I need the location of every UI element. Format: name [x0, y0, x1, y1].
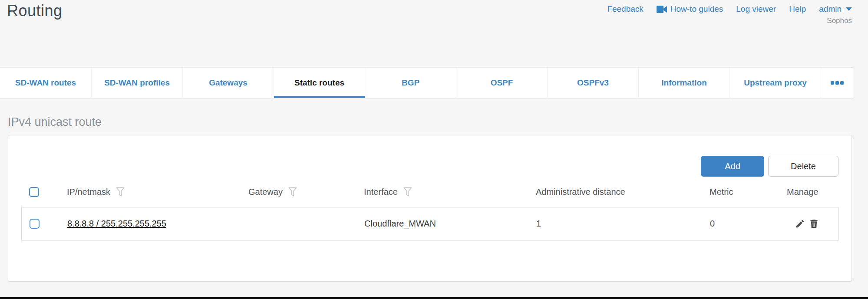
- window-bottom-edge: [0, 297, 868, 299]
- interface-cell: Cloudflare_MWAN: [364, 219, 536, 229]
- tab-sd-wan-routes[interactable]: SD-WAN routes: [0, 68, 91, 98]
- ellipsis-icon: [835, 81, 839, 85]
- ellipsis-icon: [831, 81, 834, 85]
- column-header-administrative-distance: Administrative distance: [536, 187, 625, 197]
- tab-information[interactable]: Information: [638, 68, 729, 98]
- admin-menu[interactable]: admin: [819, 4, 852, 14]
- manage-cell: [787, 219, 838, 229]
- column-header-metric: Metric: [710, 187, 733, 197]
- tab-label: Static routes: [294, 78, 344, 88]
- column-header-gateway: Gateway: [248, 187, 283, 197]
- help-link[interactable]: Help: [789, 4, 806, 14]
- tab-static-routes[interactable]: Static routes: [274, 68, 365, 98]
- how-to-guides-link-label: How-to guides: [670, 4, 723, 14]
- tab-label: SD-WAN routes: [15, 78, 76, 88]
- video-camera-icon: [657, 6, 667, 13]
- tab-label: Information: [661, 78, 707, 88]
- trash-icon[interactable]: [809, 219, 819, 229]
- tab-sd-wan-profiles[interactable]: SD-WAN profiles: [91, 68, 182, 98]
- add-button[interactable]: Add: [701, 156, 764, 177]
- tab-upstream-proxy[interactable]: Upstream proxy: [729, 68, 821, 98]
- utility-nav: Feedback How-to guides Log viewer Help a…: [607, 4, 852, 14]
- filter-icon[interactable]: [288, 187, 297, 197]
- tab-bgp[interactable]: BGP: [365, 68, 456, 98]
- filter-icon[interactable]: [403, 187, 412, 197]
- column-header-interface: Interface: [364, 187, 398, 197]
- ipv4-unicast-route-panel: Add Delete IP/netmask Gateway Interface …: [8, 135, 852, 282]
- toolbar: Add Delete: [21, 156, 838, 177]
- column-header-manage: Manage: [787, 187, 818, 197]
- select-all-checkbox[interactable]: [29, 187, 39, 197]
- tab-label: BGP: [402, 78, 419, 88]
- help-link-label: Help: [789, 4, 806, 14]
- tab-label: Upstream proxy: [744, 78, 807, 88]
- tab-bar: SD-WAN routes SD-WAN profiles Gateways S…: [0, 67, 853, 99]
- tab-label: OSPFv3: [577, 78, 609, 88]
- edit-icon[interactable]: [795, 219, 805, 229]
- filter-icon[interactable]: [116, 187, 125, 197]
- how-to-guides-link[interactable]: How-to guides: [657, 4, 723, 14]
- caret-down-icon: [846, 7, 852, 11]
- column-header-ip-netmask: IP/netmask: [67, 187, 110, 197]
- tab-ospf[interactable]: OSPF: [456, 68, 547, 98]
- page-title: Routing: [7, 2, 63, 20]
- tab-gateways[interactable]: Gateways: [182, 68, 274, 98]
- log-viewer-link-label: Log viewer: [736, 4, 776, 14]
- delete-button[interactable]: Delete: [768, 156, 838, 177]
- section-heading: IPv4 unicast route: [8, 115, 868, 129]
- tab-label: OSPF: [491, 78, 513, 88]
- ip-netmask-link[interactable]: 8.8.8.8 / 255.255.255.255: [67, 219, 166, 228]
- log-viewer-link[interactable]: Log viewer: [736, 4, 776, 14]
- metric-cell: 0: [710, 219, 787, 229]
- tab-label: Gateways: [209, 78, 248, 88]
- table-header: IP/netmask Gateway Interface Administrat…: [21, 177, 838, 207]
- table-row: 8.8.8.8 / 255.255.255.255 Cloudflare_MWA…: [21, 207, 838, 240]
- ellipsis-icon: [840, 81, 844, 85]
- more-tabs-button[interactable]: [821, 68, 853, 98]
- feedback-link[interactable]: Feedback: [607, 4, 643, 14]
- brand-label: Sophos: [827, 16, 852, 25]
- administrative-distance-cell: 1: [536, 219, 710, 229]
- tab-label: SD-WAN profiles: [104, 78, 170, 88]
- row-checkbox[interactable]: [30, 219, 40, 229]
- top-header: Routing Feedback How-to guides Log viewe…: [0, 0, 868, 67]
- tab-ospfv3[interactable]: OSPFv3: [547, 68, 638, 98]
- admin-menu-label: admin: [819, 4, 842, 14]
- feedback-link-label: Feedback: [607, 4, 643, 14]
